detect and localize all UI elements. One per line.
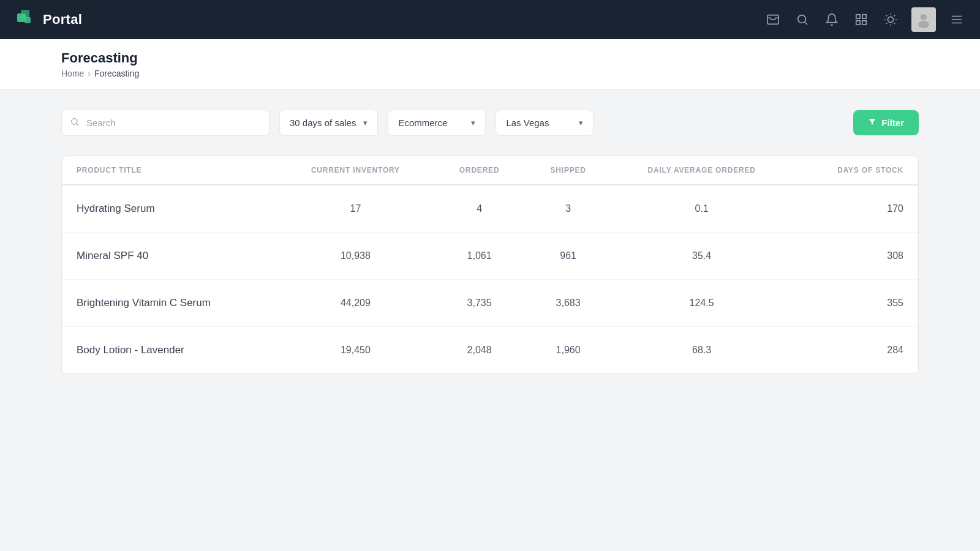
search-input[interactable] [61, 110, 270, 136]
col-current-inventory: CURRENT INVENTORY [277, 156, 434, 185]
page-title: Forecasting [61, 50, 919, 66]
col-daily-average-ordered: DAILY AVERAGE ORDERED [611, 156, 793, 185]
grid-icon[interactable] [853, 11, 870, 28]
main-content: 30 days of sales ▾ Ecommerce ▾ Las Vegas… [0, 90, 980, 394]
filter-button-label: Filter [881, 118, 904, 128]
cell-current-inventory: 44,209 [277, 280, 434, 327]
cell-shipped: 961 [526, 233, 611, 280]
cell-daily-average-ordered: 35.4 [611, 233, 793, 280]
cell-shipped: 3,683 [526, 280, 611, 327]
logo-area: Portal [15, 7, 82, 32]
cell-current-inventory: 10,938 [277, 233, 434, 280]
svg-rect-3 [24, 17, 31, 23]
cell-daily-average-ordered: 0.1 [611, 185, 793, 233]
chevron-down-icon: ▾ [363, 118, 368, 127]
cell-shipped: 1,960 [526, 327, 611, 374]
svg-point-11 [921, 14, 927, 20]
cell-days-of-stock: 284 [792, 327, 918, 374]
breadcrumb: Home › Forecasting [61, 69, 919, 78]
days-of-sales-label: 30 days of sales [290, 118, 356, 128]
svg-point-12 [918, 21, 929, 28]
cell-ordered: 1,061 [434, 233, 526, 280]
filter-button[interactable]: Filter [853, 110, 919, 135]
svg-rect-7 [862, 15, 866, 18]
bell-icon[interactable] [823, 11, 840, 28]
sun-icon[interactable] [882, 11, 899, 28]
cell-ordered: 4 [434, 185, 526, 233]
location-label: Las Vegas [506, 118, 549, 128]
inbox-icon[interactable] [764, 11, 782, 28]
search-icon[interactable] [794, 11, 811, 28]
cell-daily-average-ordered: 68.3 [611, 327, 793, 374]
cell-shipped: 3 [526, 185, 611, 233]
chevron-down-icon: ▾ [579, 118, 583, 127]
svg-rect-8 [856, 21, 860, 24]
ecommerce-dropdown[interactable]: Ecommerce ▾ [388, 110, 486, 136]
col-days-of-stock: DAYS OF STOCK [792, 156, 918, 185]
cell-current-inventory: 19,450 [277, 327, 434, 374]
logo-icon [15, 7, 37, 32]
col-product-title: PRODUCT TITLE [62, 156, 277, 185]
svg-rect-6 [856, 15, 860, 18]
cell-product-title: Mineral SPF 40 [62, 233, 277, 280]
cell-daily-average-ordered: 124.5 [611, 280, 793, 327]
app-name: Portal [43, 12, 82, 28]
cell-days-of-stock: 355 [792, 280, 918, 327]
search-wrapper [61, 110, 270, 136]
svg-point-10 [888, 17, 893, 22]
breadcrumb-home[interactable]: Home [61, 69, 84, 78]
avatar[interactable] [911, 7, 936, 32]
col-shipped: SHIPPED [526, 156, 611, 185]
table-row: Mineral SPF 40 10,938 1,061 961 35.4 308 [62, 233, 918, 280]
breadcrumb-current: Forecasting [94, 69, 139, 78]
cell-product-title: Body Lotion - Lavender [62, 327, 277, 374]
table-header-row: PRODUCT TITLE CURRENT INVENTORY ORDERED … [62, 156, 918, 185]
cell-ordered: 2,048 [434, 327, 526, 374]
top-navigation: Portal [0, 0, 980, 39]
filter-icon [868, 118, 876, 128]
breadcrumb-separator: › [88, 69, 91, 78]
cell-ordered: 3,735 [434, 280, 526, 327]
cell-product-title: Brightening Vitamin C Serum [62, 280, 277, 327]
breadcrumb-bar: Forecasting Home › Forecasting [0, 39, 980, 90]
table-row: Body Lotion - Lavender 19,450 2,048 1,96… [62, 327, 918, 374]
cell-current-inventory: 17 [277, 185, 434, 233]
cell-product-title: Hydrating Serum [62, 185, 277, 233]
chevron-down-icon: ▾ [471, 118, 475, 127]
forecasting-table: PRODUCT TITLE CURRENT INVENTORY ORDERED … [62, 156, 918, 373]
days-of-sales-dropdown[interactable]: 30 days of sales ▾ [279, 110, 378, 136]
svg-rect-9 [862, 21, 866, 24]
menu-icon[interactable] [948, 11, 965, 28]
col-ordered: ORDERED [434, 156, 526, 185]
ecommerce-label: Ecommerce [398, 118, 447, 128]
svg-rect-2 [21, 10, 29, 18]
cell-days-of-stock: 308 [792, 233, 918, 280]
table-row: Hydrating Serum 17 4 3 0.1 170 [62, 185, 918, 233]
nav-icons [764, 7, 965, 32]
data-table-container: PRODUCT TITLE CURRENT INVENTORY ORDERED … [61, 156, 919, 374]
location-dropdown[interactable]: Las Vegas ▾ [496, 110, 594, 136]
table-row: Brightening Vitamin C Serum 44,209 3,735… [62, 280, 918, 327]
cell-days-of-stock: 170 [792, 185, 918, 233]
filter-row: 30 days of sales ▾ Ecommerce ▾ Las Vegas… [61, 110, 919, 136]
svg-point-5 [798, 15, 806, 23]
